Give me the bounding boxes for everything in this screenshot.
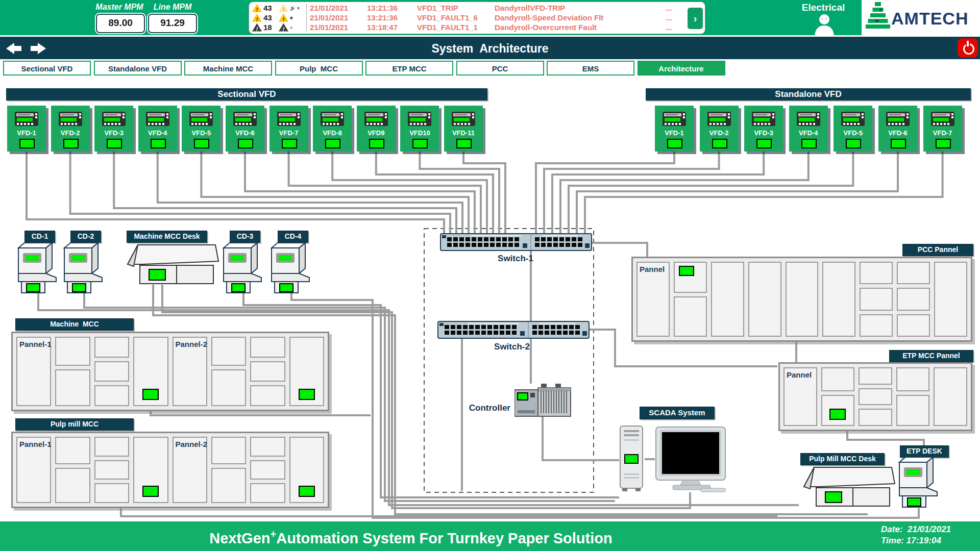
network-cables — [0, 0, 980, 551]
cable — [162, 285, 690, 508]
cable — [289, 152, 481, 234]
cable — [245, 152, 475, 234]
cable — [243, 293, 619, 497]
cable — [158, 152, 462, 234]
network-dashed-boundary — [424, 229, 594, 492]
cable — [27, 152, 444, 234]
system-architecture-screen: Master MPM 89.00 Line MPM 91.29 43 🔊▾ 43… — [0, 0, 980, 551]
cable — [38, 293, 799, 505]
cable — [847, 431, 924, 456]
cable — [114, 152, 456, 234]
cable — [153, 285, 868, 514]
cable — [84, 293, 615, 501]
cable — [536, 152, 674, 234]
cable — [201, 152, 469, 234]
cable — [586, 330, 777, 366]
cable — [591, 243, 647, 257]
cable — [543, 417, 619, 460]
cable — [70, 152, 450, 234]
cable — [151, 411, 371, 415]
